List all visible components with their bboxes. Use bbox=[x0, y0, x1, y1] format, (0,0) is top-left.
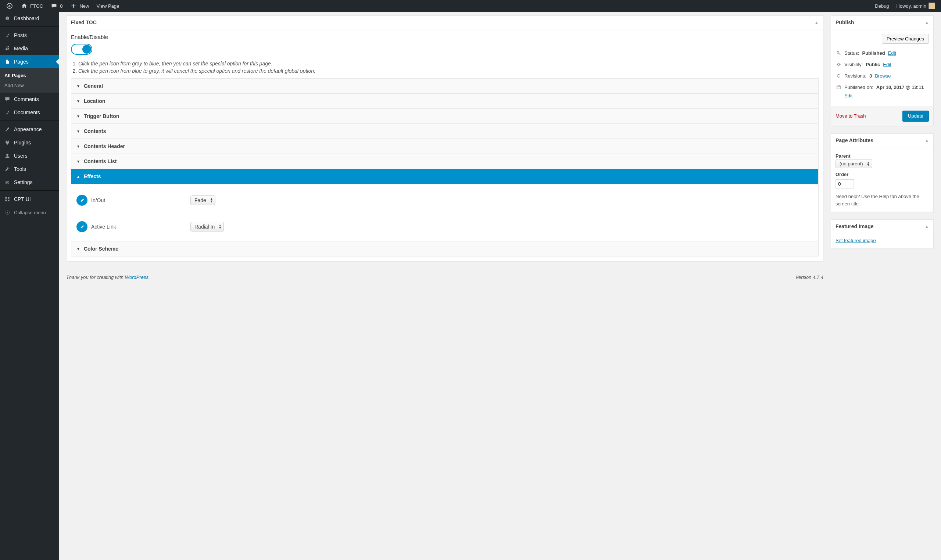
effect-activelink-row: Active Link Radial In ▲▼ bbox=[77, 217, 813, 234]
sidebar-item-pages[interactable]: Pages bbox=[0, 55, 59, 68]
set-featured-image-link[interactable]: Set featured image bbox=[836, 238, 876, 243]
help-hint: Click the pen icon from blue to gray, it… bbox=[78, 68, 316, 74]
caret-up-icon: ▲ bbox=[77, 175, 80, 178]
collapse-toggle-icon[interactable]: ▲ bbox=[925, 138, 929, 143]
select-arrows-icon: ▲▼ bbox=[867, 161, 870, 166]
pin-icon bbox=[4, 109, 11, 116]
wordpress-icon bbox=[6, 2, 13, 9]
panel-title: Fixed TOC bbox=[71, 20, 97, 25]
caret-down-icon: ▼ bbox=[77, 99, 80, 103]
wp-logo[interactable] bbox=[3, 0, 16, 12]
acc-color-scheme[interactable]: ▼Color Scheme bbox=[71, 242, 818, 256]
svg-rect-4 bbox=[8, 197, 9, 198]
sidebar-submenu-pages: All Pages Add New bbox=[0, 68, 59, 92]
collapse-toggle-icon[interactable]: ▲ bbox=[925, 224, 929, 229]
edit-visibility-link[interactable]: Edit bbox=[883, 62, 891, 67]
sidebar-item-settings[interactable]: Settings bbox=[0, 175, 59, 189]
new-label: New bbox=[79, 3, 89, 9]
inout-label: In/Out bbox=[91, 197, 187, 203]
acc-effects[interactable]: ▲Effects bbox=[71, 169, 818, 184]
key-icon bbox=[836, 51, 841, 55]
fixed-toc-panel: Fixed TOC ▲ Enable/Disable Click the pen… bbox=[66, 15, 823, 261]
svg-rect-5 bbox=[5, 200, 7, 201]
admin-sidebar: Dashboard Posts Media Pages All Pages Ad… bbox=[0, 12, 59, 560]
panel-header[interactable]: Page Attributes ▲ bbox=[831, 134, 933, 147]
comments-count: 0 bbox=[60, 3, 63, 9]
sidebar-item-comments[interactable]: Comments bbox=[0, 92, 59, 106]
svg-rect-6 bbox=[8, 200, 9, 201]
featured-image-box: Featured Image ▲ Set featured image bbox=[831, 219, 934, 248]
revisions-row: Revisions: 3 Browse bbox=[836, 70, 929, 82]
sidebar-item-cptui[interactable]: CPT UI bbox=[0, 192, 59, 206]
history-icon bbox=[836, 74, 841, 78]
brush-icon bbox=[4, 126, 11, 133]
enable-toggle[interactable] bbox=[71, 44, 92, 55]
order-input[interactable] bbox=[836, 179, 854, 189]
sidebar-item-dashboard[interactable]: Dashboard bbox=[0, 12, 59, 25]
collapse-menu[interactable]: Collapse menu bbox=[0, 206, 59, 219]
activelink-select[interactable]: Radial In ▲▼ bbox=[190, 224, 224, 230]
collapse-toggle-icon[interactable]: ▲ bbox=[925, 20, 929, 25]
submenu-all-pages[interactable]: All Pages bbox=[0, 71, 59, 80]
acc-general[interactable]: ▼General bbox=[71, 78, 818, 93]
pen-button[interactable] bbox=[77, 221, 88, 232]
collapse-toggle-icon[interactable]: ▲ bbox=[815, 20, 819, 25]
toggle-knob bbox=[82, 45, 91, 54]
panel-title: Featured Image bbox=[836, 223, 873, 229]
edit-date-link[interactable]: Edit bbox=[844, 93, 929, 98]
settings-accordion: ▼General ▼Location ▼Trigger Button ▼Cont… bbox=[71, 78, 819, 257]
inout-select[interactable]: Fade ▲▼ bbox=[190, 197, 216, 203]
pencil-icon bbox=[80, 198, 85, 203]
wordpress-link[interactable]: WordPress bbox=[125, 274, 148, 280]
trash-link[interactable]: Move to Trash bbox=[836, 113, 866, 119]
acc-trigger[interactable]: ▼Trigger Button bbox=[71, 109, 818, 123]
version: Version 4.7.4 bbox=[795, 274, 823, 280]
panel-title: Page Attributes bbox=[836, 137, 873, 143]
edit-status-link[interactable]: Edit bbox=[888, 50, 896, 56]
comments-link[interactable]: 0 bbox=[48, 0, 65, 12]
parent-select[interactable]: (no parent) ▲▼ bbox=[836, 161, 872, 166]
acc-contents-list[interactable]: ▼Contents List bbox=[71, 154, 818, 169]
howdy-link[interactable]: Howdy, admin bbox=[893, 0, 938, 12]
published-row: Published on: Apr 10, 2017 @ 13:11 Edit bbox=[836, 82, 929, 102]
submenu-add-new[interactable]: Add New bbox=[0, 80, 59, 91]
new-link[interactable]: New bbox=[67, 0, 92, 12]
eye-icon bbox=[836, 62, 841, 67]
panel-header[interactable]: Fixed TOC ▲ bbox=[66, 16, 823, 29]
sidebar-item-media[interactable]: Media bbox=[0, 42, 59, 55]
plug-icon bbox=[4, 139, 11, 146]
effects-body: In/Out Fade ▲▼ Active Link bbox=[71, 184, 818, 241]
wrench-icon bbox=[4, 165, 11, 173]
pen-button[interactable] bbox=[77, 195, 88, 206]
panel-title: Publish bbox=[836, 20, 854, 25]
acc-contents-header[interactable]: ▼Contents Header bbox=[71, 139, 818, 154]
footer: Thank you for creating with WordPress. V… bbox=[66, 269, 823, 286]
sidebar-item-appearance[interactable]: Appearance bbox=[0, 123, 59, 136]
help-hint: Click the pen icon from gray to blue, th… bbox=[78, 61, 273, 66]
svg-rect-3 bbox=[5, 197, 7, 198]
calendar-icon bbox=[836, 85, 841, 90]
browse-revisions-link[interactable]: Browse bbox=[875, 73, 891, 78]
update-button[interactable]: Update bbox=[902, 111, 929, 121]
view-page-link[interactable]: View Page bbox=[93, 0, 122, 12]
sidebar-item-tools[interactable]: Tools bbox=[0, 162, 59, 175]
sidebar-item-plugins[interactable]: Plugins bbox=[0, 136, 59, 149]
sidebar-item-documents[interactable]: Documents bbox=[0, 106, 59, 119]
home-icon bbox=[21, 2, 28, 9]
grid-icon bbox=[4, 195, 11, 203]
select-arrows-icon: ▲▼ bbox=[218, 224, 222, 229]
preview-button[interactable]: Preview Changes bbox=[882, 34, 929, 44]
acc-location[interactable]: ▼Location bbox=[71, 94, 818, 108]
sidebar-item-posts[interactable]: Posts bbox=[0, 29, 59, 42]
debug-link[interactable]: Debug bbox=[872, 0, 892, 12]
user-icon bbox=[4, 152, 11, 160]
caret-down-icon: ▼ bbox=[77, 160, 80, 163]
caret-down-icon: ▼ bbox=[77, 247, 80, 251]
site-home[interactable]: FTOC bbox=[18, 0, 46, 12]
acc-contents[interactable]: ▼Contents bbox=[71, 124, 818, 138]
panel-header[interactable]: Publish ▲ bbox=[831, 16, 933, 29]
sidebar-item-users[interactable]: Users bbox=[0, 149, 59, 162]
order-label: Order bbox=[836, 172, 929, 177]
publish-box: Publish ▲ Preview Changes Status: Publis… bbox=[831, 15, 934, 126]
panel-header[interactable]: Featured Image ▲ bbox=[831, 220, 933, 233]
